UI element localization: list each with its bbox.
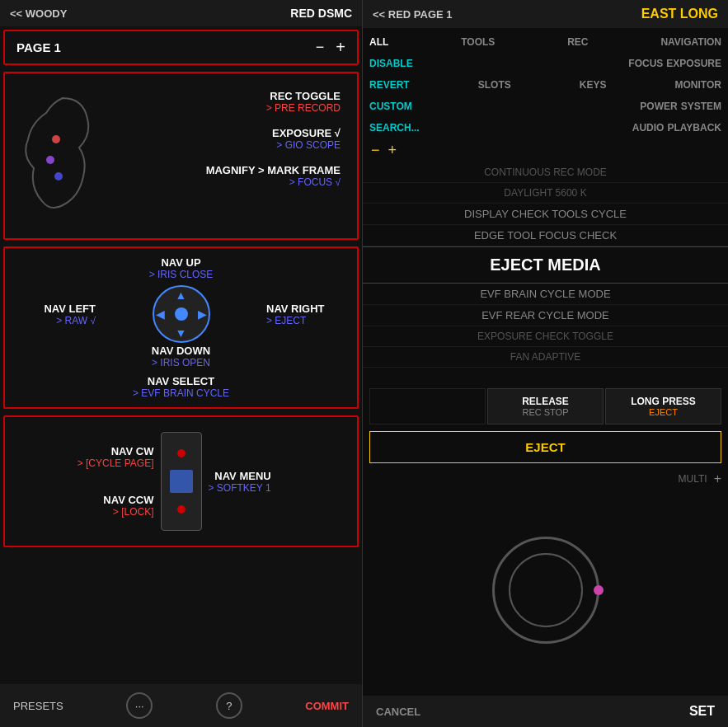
encoder-left-labels: NAV CW > [CYCLE PAGE] NAV CCW > [LOCK] xyxy=(16,445,154,518)
cat-monitor[interactable]: MONITOR xyxy=(674,76,723,94)
encoder-slider[interactable] xyxy=(161,432,202,531)
left-back-button[interactable]: << WOODY xyxy=(10,7,67,20)
help-button[interactable]: ? xyxy=(216,692,242,719)
list-item[interactable]: CONTINUOUS REC MODE xyxy=(363,162,728,183)
cmd-bar: − + xyxy=(363,138,728,162)
encoder-btn[interactable] xyxy=(170,470,193,493)
action-empty-button[interactable] xyxy=(369,388,486,424)
nav-menu-item: NAV MENU > SOFTKEY 1 xyxy=(209,470,271,494)
dial-outer[interactable] xyxy=(492,537,599,644)
dpad-up-arrow: ▲ xyxy=(176,288,187,302)
nav-down-sub: > IRIS OPEN xyxy=(152,357,210,368)
long-press-sub: EJECT xyxy=(649,407,678,417)
action-row: RELEASE REC STOP LONG PRESS EJECT xyxy=(363,385,728,428)
dpad-right-arrow: ▶ xyxy=(198,307,207,321)
dpad-down-arrow: ▼ xyxy=(176,326,187,340)
page-bar: PAGE 1 − + xyxy=(3,30,359,65)
cat-disable[interactable]: DISABLE xyxy=(368,54,415,73)
cmd-list: CONTINUOUS REC MODE DAYLIGHT 5600 K DISP… xyxy=(363,162,728,385)
list-item[interactable]: EVF REAR CYCLE MODE xyxy=(363,305,728,326)
cat-focus[interactable]: FOCUS xyxy=(627,54,665,73)
dots-button[interactable]: ··· xyxy=(126,692,153,719)
cat-search[interactable]: SEARCH... xyxy=(368,119,421,137)
release-label: RELEASE xyxy=(522,396,569,407)
nav-section: NAV UP > IRIS CLOSE NAV LEFT > RAW √ ▲ ▼… xyxy=(3,246,359,409)
right-header: << RED PAGE 1 EAST LONG xyxy=(363,0,728,28)
nav-cw-label: NAV CW xyxy=(77,445,154,457)
nav-right-item: NAV RIGHT > EJECT xyxy=(266,303,349,326)
cat-custom[interactable]: CUSTOM xyxy=(368,97,414,115)
dial-inner xyxy=(509,553,583,627)
list-item[interactable]: DISPLAY CHECK TOOLS CYCLE xyxy=(363,204,728,225)
dpad[interactable]: ▲ ▼ ◀ ▶ xyxy=(153,285,210,343)
left-panel: << WOODY RED DSMC PAGE 1 − + xyxy=(0,0,363,727)
cat-rec[interactable]: REC xyxy=(566,33,589,51)
long-press-label: LONG PRESS xyxy=(631,396,696,407)
svg-point-2 xyxy=(54,172,63,181)
commit-button[interactable]: COMMIT xyxy=(305,700,349,712)
cat-keys[interactable]: KEYS xyxy=(578,76,608,94)
nav-select-label: NAV SELECT xyxy=(133,375,229,387)
long-press-button[interactable]: LONG PRESS EJECT xyxy=(605,388,721,424)
nav-right-label: NAV RIGHT xyxy=(266,303,325,315)
dial-area xyxy=(369,488,721,692)
encoder-dot-bottom xyxy=(177,505,186,514)
list-item[interactable]: EDGE TOOL FOCUS CHECK xyxy=(363,225,728,246)
nav-left-item: NAV LEFT > RAW √ xyxy=(13,303,96,326)
cat-row-4: CUSTOM POWER SYSTEM xyxy=(368,96,723,117)
set-button[interactable]: SET xyxy=(689,704,715,719)
cat-playback[interactable]: PLAYBACK xyxy=(665,119,723,137)
cat-system[interactable]: SYSTEM xyxy=(679,97,723,115)
nav-middle-row: NAV LEFT > RAW √ ▲ ▼ ◀ ▶ NAV RIGHT > EJE… xyxy=(13,285,349,343)
cmd-minus-button[interactable]: − xyxy=(371,142,380,159)
left-header: << WOODY RED DSMC xyxy=(0,0,362,26)
nav-down-label: NAV DOWN xyxy=(152,345,210,357)
cat-audio[interactable]: AUDIO xyxy=(631,119,666,137)
rec-toggle-item: REC TOGGLE > PRE RECORD xyxy=(120,90,349,114)
svg-point-0 xyxy=(52,135,60,143)
list-item-eject-media[interactable]: EJECT MEDIA xyxy=(363,246,728,284)
list-item[interactable]: DAYLIGHT 5600 K xyxy=(363,183,728,204)
top-controls: REC TOGGLE > PRE RECORD EXPOSURE √ > GIO… xyxy=(120,82,349,188)
cat-power[interactable]: POWER xyxy=(638,97,679,115)
nav-cw-sub: > [CYCLE PAGE] xyxy=(77,457,154,469)
nav-ccw-label: NAV CCW xyxy=(103,494,153,506)
blob-area xyxy=(13,82,120,230)
nav-select-item: NAV SELECT > EVF BRAIN CYCLE xyxy=(133,375,229,399)
page-minus-button[interactable]: − xyxy=(316,39,325,56)
rec-toggle-sub: > PRE RECORD xyxy=(266,102,341,114)
list-item[interactable]: EXPOSURE CHECK TOGGLE xyxy=(363,326,728,347)
nav-right-sub: > EJECT xyxy=(266,315,306,326)
exposure-label: EXPOSURE √ xyxy=(272,127,341,139)
presets-button[interactable]: PRESETS xyxy=(13,700,63,712)
eject-bar[interactable]: EJECT xyxy=(369,431,721,463)
multi-label: MULTI xyxy=(679,473,707,485)
dial-dot xyxy=(594,585,604,595)
magnify-item: MAGNIFY > MARK FRAME > FOCUS √ xyxy=(120,164,349,188)
nav-down-item: NAV DOWN > IRIS OPEN xyxy=(152,345,210,368)
right-panel: << RED PAGE 1 EAST LONG ALL TOOLS REC NA… xyxy=(363,0,728,727)
cat-revert[interactable]: REVERT xyxy=(368,76,411,94)
nav-down-select: NAV DOWN > IRIS OPEN NAV SELECT > EVF BR… xyxy=(13,343,349,399)
exposure-item: EXPOSURE √ > GIO SCOPE xyxy=(120,127,349,151)
cat-all[interactable]: ALL xyxy=(368,33,390,51)
nav-up-item: NAV UP > IRIS CLOSE xyxy=(13,256,349,280)
cat-slots[interactable]: SLOTS xyxy=(477,76,513,94)
nav-cw-item: NAV CW > [CYCLE PAGE] xyxy=(77,445,154,469)
multi-header: MULTI + xyxy=(369,470,721,488)
cancel-button[interactable]: CANCEL xyxy=(376,706,420,718)
cat-exposure[interactable]: EXPOSURE xyxy=(665,54,723,73)
page-plus-button[interactable]: + xyxy=(336,38,345,57)
svg-point-1 xyxy=(46,156,54,164)
list-item[interactable]: FAN ADAPTIVE xyxy=(363,347,728,368)
cat-navigation[interactable]: NAVIGATION xyxy=(659,33,723,51)
list-item[interactable]: EVF BRAIN CYCLE MODE xyxy=(363,284,728,305)
nav-menu-label: NAV MENU xyxy=(209,470,271,482)
cat-tools[interactable]: TOOLS xyxy=(459,33,496,51)
release-button[interactable]: RELEASE REC STOP xyxy=(487,388,604,424)
cmd-plus-button[interactable]: + xyxy=(388,142,397,159)
nav-up-label: NAV UP xyxy=(13,256,349,269)
right-back-button[interactable]: << RED PAGE 1 xyxy=(373,8,453,21)
encoder-right-labels: NAV MENU > SOFTKEY 1 xyxy=(209,470,346,494)
multi-plus-button[interactable]: + xyxy=(714,471,721,486)
